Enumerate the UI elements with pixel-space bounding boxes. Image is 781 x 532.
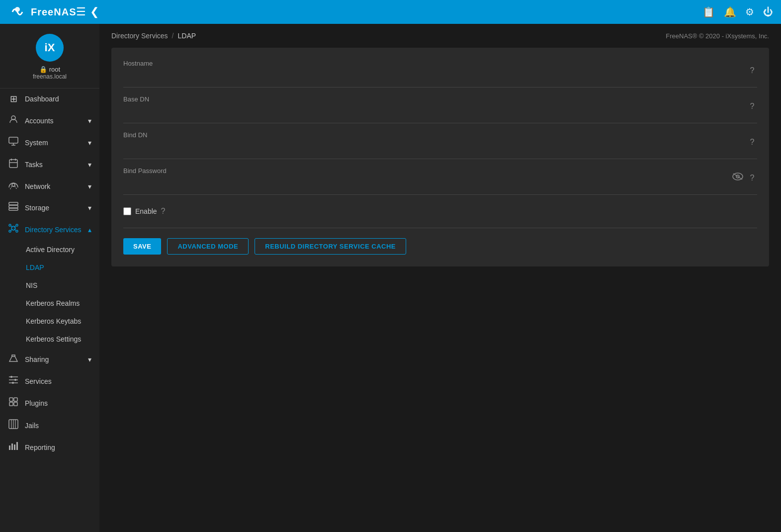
button-row: SAVE ADVANCED MODE REBUILD DIRECTORY SER… — [123, 238, 757, 255]
svg-point-10 — [9, 224, 11, 226]
sidebar-item-network[interactable]: Network ▾ — [0, 176, 99, 197]
svg-point-17 — [10, 376, 12, 378]
svg-rect-29 — [11, 443, 13, 450]
bind-password-help-icon[interactable]: ? — [747, 174, 757, 182]
hostname-help-icon[interactable]: ? — [747, 66, 757, 75]
logo-area: FreeNAS — [8, 2, 76, 21]
advanced-mode-button[interactable]: ADVANCED MODE — [167, 238, 249, 255]
svg-rect-20 — [9, 398, 13, 401]
services-icon — [8, 375, 19, 387]
user-name: 🔒 root — [39, 66, 60, 73]
directory-services-icon — [8, 223, 19, 236]
sidebar-sub-item-kerberos-realms[interactable]: Kerberos Realms — [0, 294, 99, 312]
svg-rect-6 — [9, 202, 18, 205]
sidebar-item-system[interactable]: System ▾ — [0, 132, 99, 153]
base-dn-label: Base DN — [123, 95, 743, 103]
svg-rect-31 — [16, 442, 18, 450]
sidebar-item-plugins[interactable]: Plugins — [0, 392, 99, 414]
sidebar-item-sharing[interactable]: Sharing ▾ — [0, 348, 99, 370]
chevron-down-icon: ▾ — [88, 182, 91, 190]
topbar-actions: 📋 🔔 ⚙ ⏻ — [702, 6, 773, 18]
sidebar-item-accounts[interactable]: Accounts ▾ — [0, 109, 99, 132]
sidebar-item-jails[interactable]: Jails — [0, 414, 99, 437]
base-dn-input[interactable] — [123, 105, 743, 117]
sidebar-item-label: Storage — [25, 204, 82, 212]
storage-icon — [8, 202, 19, 213]
chevron-up-icon: ▴ — [88, 226, 91, 234]
base-dn-help-icon[interactable]: ? — [747, 102, 757, 111]
system-icon — [8, 137, 19, 148]
svg-rect-22 — [9, 402, 13, 406]
save-button[interactable]: SAVE — [123, 238, 161, 255]
freenas-logo — [8, 2, 27, 21]
notifications-icon[interactable]: 🔔 — [724, 6, 736, 18]
chevron-down-icon: ▾ — [88, 161, 91, 169]
sidebar-item-label: System — [25, 139, 82, 147]
sidebar-item-dashboard[interactable]: ⊞ Dashboard — [0, 89, 99, 109]
svg-rect-4 — [9, 160, 17, 168]
svg-line-34 — [733, 174, 742, 179]
bind-dn-input[interactable] — [123, 141, 743, 153]
sidebar-item-reporting[interactable]: Reporting — [0, 437, 99, 458]
svg-rect-7 — [9, 205, 18, 208]
password-visibility-toggle[interactable] — [732, 173, 743, 183]
sidebar-sub-item-ldap[interactable]: LDAP — [0, 259, 99, 276]
breadcrumb-separator: / — [172, 32, 174, 40]
bind-dn-help-icon[interactable]: ? — [747, 138, 757, 147]
topbar: FreeNAS ☰ ❮ 📋 🔔 ⚙ ⏻ — [0, 0, 781, 24]
svg-rect-21 — [14, 398, 17, 401]
sidebar-item-services[interactable]: Services — [0, 370, 99, 392]
app-name: FreeNAS — [31, 6, 76, 18]
svg-rect-3 — [9, 137, 18, 143]
svg-rect-8 — [9, 208, 18, 210]
chevron-down-icon: ▾ — [88, 139, 91, 147]
sidebar-sub-item-kerberos-keytabs[interactable]: Kerberos Keytabs — [0, 312, 99, 330]
rebuild-cache-button[interactable]: REBUILD DIRECTORY SERVICE CACHE — [255, 238, 406, 255]
avatar: iX — [36, 34, 64, 62]
ldap-form-card: Hostname ? Base DN ? Bind DN ? — [111, 48, 769, 266]
dashboard-icon: ⊞ — [8, 93, 19, 104]
hostname-input[interactable] — [123, 69, 743, 81]
sidebar-item-label: Services — [25, 377, 91, 385]
breadcrumb-parent[interactable]: Directory Services — [111, 32, 168, 40]
enable-label: Enable — [135, 207, 157, 215]
reporting-icon — [8, 442, 19, 453]
content-area: Directory Services / LDAP FreeNAS® © 202… — [99, 24, 781, 532]
sidebar-item-tasks[interactable]: Tasks ▾ — [0, 153, 99, 176]
hostname-label: Hostname — [123, 60, 743, 67]
sidebar-item-storage[interactable]: Storage ▾ — [0, 197, 99, 218]
user-hostname: freenas.local — [33, 73, 67, 80]
sidebar-item-label: Tasks — [25, 161, 82, 169]
bind-dn-field: Bind DN ? — [123, 131, 757, 159]
enable-row: Enable ? — [123, 203, 757, 224]
bind-password-input[interactable] — [123, 177, 728, 188]
sidebar-item-label: Reporting — [25, 443, 91, 451]
main-layout: iX 🔒 root freenas.local ⊞ Dashboard Acco… — [0, 24, 781, 532]
sidebar-sub-item-nis[interactable]: NIS — [0, 276, 99, 294]
svg-point-12 — [9, 230, 11, 232]
sidebar-item-directory-services[interactable]: Directory Services ▴ — [0, 218, 99, 241]
sidebar-sub-item-kerberos-settings[interactable]: Kerberos Settings — [0, 330, 99, 348]
bind-password-field: Bind Password ? — [123, 167, 757, 195]
user-area: iX 🔒 root freenas.local — [0, 24, 99, 89]
svg-rect-23 — [14, 402, 17, 406]
clipboard-icon[interactable]: 📋 — [702, 6, 715, 18]
settings-icon[interactable]: ⚙ — [745, 6, 754, 18]
network-icon — [8, 180, 19, 192]
breadcrumb-current: LDAP — [177, 32, 196, 40]
sidebar-item-label: Sharing — [25, 355, 82, 363]
copyright-text: FreeNAS® © 2020 - iXsystems, Inc. — [666, 32, 769, 40]
sidebar-item-label: Plugins — [25, 399, 91, 407]
sidebar-sub-item-active-directory[interactable]: Active Directory — [0, 241, 99, 259]
hamburger-icon[interactable]: ☰ — [76, 5, 86, 18]
chevron-left-icon[interactable]: ❮ — [90, 5, 99, 18]
sidebar-item-label: Network — [25, 182, 82, 190]
breadcrumb: Directory Services / LDAP — [111, 32, 196, 40]
svg-point-13 — [16, 230, 18, 232]
enable-checkbox[interactable] — [123, 207, 131, 215]
sidebar-item-label: Directory Services — [25, 226, 82, 234]
svg-rect-30 — [14, 444, 15, 450]
breadcrumb-bar: Directory Services / LDAP FreeNAS® © 202… — [99, 24, 781, 48]
enable-help-icon[interactable]: ? — [161, 207, 166, 216]
power-icon[interactable]: ⏻ — [763, 6, 773, 18]
